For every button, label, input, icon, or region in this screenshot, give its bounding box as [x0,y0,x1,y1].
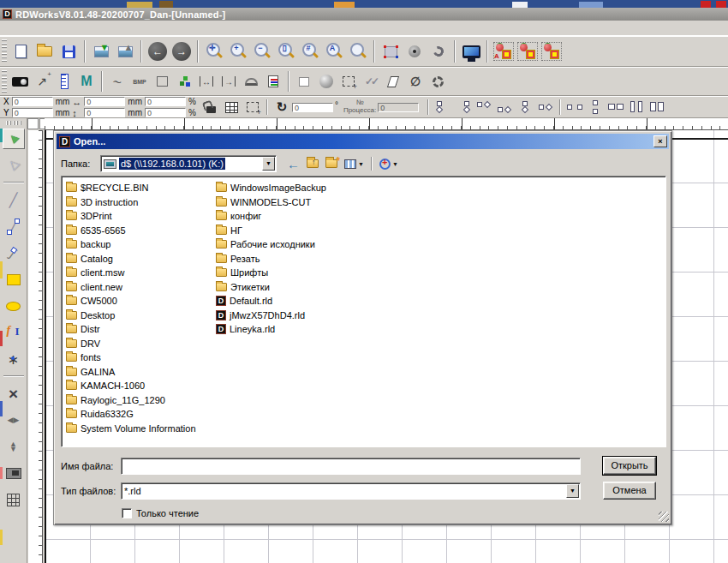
mirror-horizontal-button[interactable]: ◀▶ [3,410,25,430]
menu-item[interactable] [17,27,29,30]
menu-item[interactable] [29,27,41,30]
same-size-button[interactable] [647,99,667,116]
render-button[interactable] [315,70,337,93]
list-item[interactable]: конфиг [216,209,387,224]
list-item[interactable]: System Volume Information [66,422,213,436]
close-button[interactable]: × [653,135,667,147]
list-item[interactable]: fonts [66,350,213,365]
menu-item[interactable] [5,27,17,30]
relative-pos-button[interactable] [242,99,263,116]
area-select-button[interactable] [337,70,360,93]
pick-point-button[interactable] [403,39,427,63]
height-percent-input[interactable]: 0 [145,108,186,117]
hook-tool-button[interactable] [427,39,451,63]
rect-check-button[interactable] [151,70,173,93]
list-item[interactable]: НГ [216,224,387,238]
v-dimension-button[interactable]: → [218,70,240,93]
rotate-input[interactable]: 0 [292,103,333,112]
align-center-h-button[interactable] [515,99,535,116]
space-equal-h-button[interactable] [564,99,585,116]
list-item[interactable]: Desktop [66,308,213,323]
chevron-down-icon[interactable]: ▼ [566,484,579,498]
list-item[interactable]: Catalog [66,252,213,267]
list-item[interactable]: Этикетки [216,280,387,295]
same-width-button[interactable] [606,99,626,116]
list-item[interactable]: Distr [66,322,213,337]
curve-smooth-button[interactable]: ∼ [106,70,128,93]
polyline-tool-button[interactable]: ╱ [3,216,25,237]
open-file-button[interactable] [33,39,57,63]
readonly-checkbox[interactable] [122,508,132,518]
zoom-pixel-button[interactable]: # [298,39,322,63]
rectangle-tool-button[interactable] [3,269,25,290]
output-preview-button[interactable] [3,463,25,483]
list-item[interactable]: Raylogic_11G_1290 [66,393,213,408]
list-item[interactable]: Ruida6332G [66,407,213,422]
width-input[interactable]: 0 [84,97,125,106]
work-list-button[interactable] [262,70,284,93]
goto-button[interactable]: ▼ [379,159,398,170]
zoom-page-button[interactable]: ▯ [274,39,298,63]
node-edit-button[interactable] [173,70,195,93]
import-button[interactable]: ▼ [89,39,113,63]
new-folder-button[interactable] [325,159,337,168]
menu-item[interactable] [41,27,53,30]
rotate-button[interactable]: ↻ [272,99,292,116]
toolbar-grip[interactable] [2,39,7,63]
list-item[interactable]: CW5000 [66,294,213,308]
list-item[interactable]: Резать [216,252,387,267]
mirror-vertical-button[interactable]: ▲ ▼ [3,436,25,457]
list-item[interactable]: 3DPrint [66,209,213,224]
track-move-button[interactable]: ↗ [31,70,53,93]
menu-item[interactable] [89,27,101,30]
folder-combobox[interactable]: d$ (\\192.168.0.101) (K:) ▼ [100,155,277,172]
file-listbox[interactable]: $RECYCLE.BIN 3D instruction 3DPrint 6535… [61,176,666,447]
text-tool-button[interactable] [3,322,25,343]
export-button[interactable]: ▲ [113,39,137,63]
menu-item[interactable] [77,27,89,30]
list-item[interactable]: 6535-6565 [66,224,213,238]
space-equal-v-button[interactable] [585,99,606,116]
x-input[interactable]: 0 [12,97,53,106]
zoom-plain-button[interactable] [346,39,370,63]
height-input[interactable]: 0 [84,108,125,117]
list-item[interactable]: KAMACH-1060 [66,379,213,393]
filetype-combobox[interactable]: *.rld ▼ [121,482,581,500]
double-check-button[interactable]: ✓✓ [360,70,382,93]
open-button[interactable]: Открыть [603,457,656,475]
simulate-button-1[interactable]: A [492,39,516,63]
manual-move-button[interactable]: M [75,70,98,93]
laser-head-button[interactable] [240,70,262,93]
save-button[interactable] [57,39,81,63]
align-bottom-button[interactable] [494,99,515,116]
settings-button[interactable] [427,70,449,93]
zoom-all-button[interactable]: ✛ [202,39,226,63]
cancel-button[interactable]: Отмена [603,482,656,500]
align-right-button[interactable] [453,99,474,116]
skew-shape-button[interactable] [382,70,404,93]
frame-select-button[interactable] [379,39,403,63]
list-item[interactable]: $RECYCLE.BIN [66,181,213,195]
list-item[interactable]: WINMODELS-CUT [216,195,387,210]
y-input[interactable]: 0 [12,108,53,117]
list-item[interactable]: Шрифты [216,266,387,280]
bmp-tool-button[interactable]: BMP [128,70,151,93]
width-percent-input[interactable]: 0 [145,97,186,106]
bezier-tool-button[interactable]: ∫ [3,243,25,263]
ellipse-tool-button[interactable] [3,296,25,316]
undo-back-button[interactable]: ← [146,39,170,63]
list-item[interactable]: client.msw [66,266,213,280]
up-one-level-button[interactable] [307,159,319,168]
redo-forward-button[interactable]: → [170,39,194,63]
line-tool-button[interactable]: ╱ [3,189,25,210]
list-item[interactable]: Default.rld [216,294,387,308]
menu-item[interactable] [53,27,65,30]
laser-camera-button[interactable] [9,70,31,93]
back-button[interactable]: ← [287,157,300,171]
filename-input[interactable] [121,458,581,475]
align-center-v-button[interactable] [535,99,556,116]
list-item[interactable]: backup [66,237,213,252]
toolbar-grip[interactable] [2,70,7,93]
list-item[interactable]: Lineyka.rld [216,322,387,337]
select-tool-button[interactable]: ► [3,129,25,149]
